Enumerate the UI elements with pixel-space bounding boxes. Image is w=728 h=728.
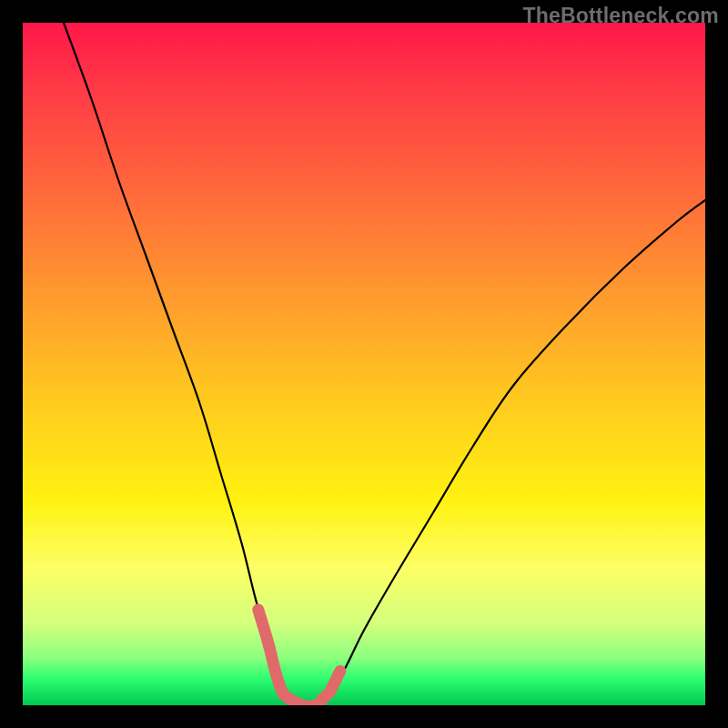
- chart-plot-area: [23, 23, 705, 705]
- bottleneck-curve: [64, 23, 705, 705]
- bottleneck-marker: [258, 610, 340, 705]
- chart-frame: TheBottleneck.com: [0, 0, 728, 728]
- curve-svg: [23, 23, 705, 705]
